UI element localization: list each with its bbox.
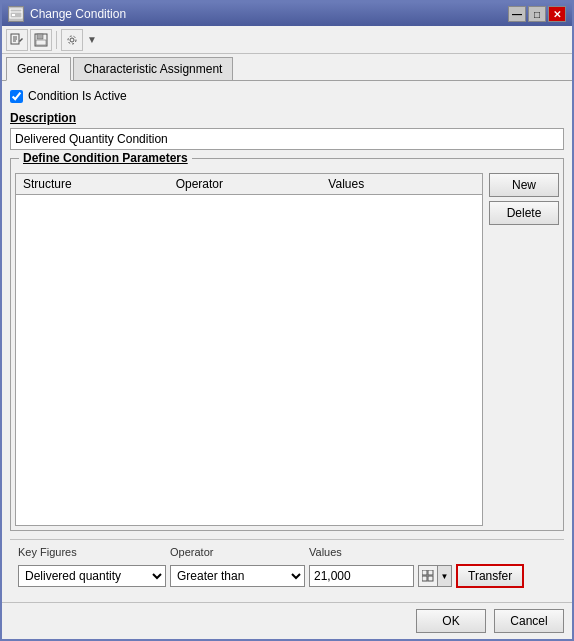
- condition-table: Structure Operator Values: [15, 173, 483, 526]
- settings-toolbar-button[interactable]: [61, 29, 83, 51]
- key-figures-select[interactable]: Delivered quantity: [18, 565, 166, 587]
- toolbar-dropdown-arrow[interactable]: ▼: [87, 34, 97, 45]
- col-structure: Structure: [20, 176, 173, 192]
- svg-rect-15: [428, 576, 433, 581]
- table-header: Structure Operator Values: [16, 174, 482, 195]
- restore-button[interactable]: □: [528, 6, 546, 22]
- condition-active-checkbox[interactable]: [10, 90, 23, 103]
- save-toolbar-button[interactable]: [30, 29, 52, 51]
- kf-label: Key Figures: [18, 546, 166, 558]
- condition-active-label: Condition Is Active: [28, 89, 127, 103]
- define-condition-content: Structure Operator Values New Delete: [11, 165, 563, 530]
- title-bar-buttons: — □ ✕: [508, 6, 566, 22]
- define-condition-group: Define Condition Parameters Structure Op…: [10, 158, 564, 531]
- table-body: [16, 195, 482, 524]
- footer: OK Cancel: [2, 602, 572, 639]
- svg-rect-13: [428, 570, 433, 575]
- op-label: Operator: [170, 546, 305, 558]
- window-icon: [8, 6, 24, 22]
- grid-icon-button[interactable]: [418, 565, 438, 587]
- cancel-button[interactable]: Cancel: [494, 609, 564, 633]
- tab-characteristic-assignment[interactable]: Characteristic Assignment: [73, 57, 234, 80]
- svg-rect-2: [12, 14, 15, 16]
- key-figures-section: Key Figures Operator Values Delivered qu…: [10, 539, 564, 594]
- side-buttons: New Delete: [489, 173, 559, 526]
- edit-toolbar-button[interactable]: [6, 29, 28, 51]
- condition-active-row: Condition Is Active: [10, 89, 564, 103]
- svg-rect-8: [37, 34, 43, 39]
- svg-rect-12: [422, 570, 427, 575]
- svg-point-10: [70, 38, 74, 42]
- minimize-button[interactable]: —: [508, 6, 526, 22]
- transfer-button[interactable]: Transfer: [456, 564, 524, 588]
- val-label: Values: [309, 546, 414, 558]
- col-operator: Operator: [173, 176, 326, 192]
- icon-btn-group: ▼: [418, 565, 452, 587]
- col-values: Values: [325, 176, 478, 192]
- icon-dropdown-button[interactable]: ▼: [438, 565, 452, 587]
- window-title: Change Condition: [30, 7, 126, 21]
- new-button[interactable]: New: [489, 173, 559, 197]
- close-button[interactable]: ✕: [548, 6, 566, 22]
- values-input[interactable]: 21,000: [309, 565, 414, 587]
- description-input[interactable]: Delivered Quantity Condition: [10, 128, 564, 150]
- toolbar: ▼: [2, 26, 572, 54]
- svg-rect-14: [422, 576, 427, 581]
- delete-button[interactable]: Delete: [489, 201, 559, 225]
- define-condition-title: Define Condition Parameters: [19, 151, 192, 165]
- main-window: Change Condition — □ ✕: [0, 0, 574, 641]
- svg-rect-0: [10, 9, 22, 18]
- key-figures-labels: Key Figures Operator Values: [18, 546, 556, 558]
- title-bar: Change Condition — □ ✕: [2, 2, 572, 26]
- tab-general[interactable]: General: [6, 57, 71, 81]
- description-label: Description: [10, 111, 564, 125]
- key-figures-controls: Delivered quantity Greater than 21,000: [18, 564, 556, 588]
- tab-content: Condition Is Active Description Delivere…: [2, 81, 572, 602]
- tabs-container: General Characteristic Assignment: [2, 54, 572, 81]
- title-bar-left: Change Condition: [8, 6, 126, 22]
- toolbar-separator: [56, 31, 57, 49]
- svg-point-11: [68, 36, 76, 44]
- svg-rect-9: [36, 40, 46, 45]
- operator-select[interactable]: Greater than: [170, 565, 305, 587]
- ok-button[interactable]: OK: [416, 609, 486, 633]
